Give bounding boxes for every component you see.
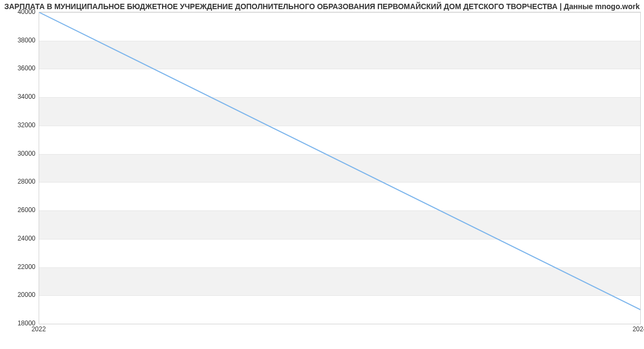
y-tick-label: 38000 <box>3 37 35 44</box>
chart-title: ЗАРПЛАТА В МУНИЦИПАЛЬНОЕ БЮДЖЕТНОЕ УЧРЕЖ… <box>4 2 640 11</box>
y-tick-label: 22000 <box>3 263 35 271</box>
chart-container: ЗАРПЛАТА В МУНИЦИПАЛЬНОЕ БЮДЖЕТНОЕ УЧРЕЖ… <box>0 0 644 349</box>
x-tick-label: 2022 <box>32 325 46 333</box>
y-tick-label: 34000 <box>3 93 35 100</box>
y-tick-label: 26000 <box>3 206 35 214</box>
y-tick-label: 24000 <box>3 235 35 242</box>
y-tick-label: 28000 <box>3 178 35 185</box>
y-tick-label: 40000 <box>3 8 35 16</box>
y-tick-label: 18000 <box>3 319 35 327</box>
y-tick-label: 30000 <box>3 150 35 157</box>
y-tick-label: 20000 <box>3 291 35 299</box>
plot-area <box>39 12 641 324</box>
y-tick-label: 36000 <box>3 64 35 72</box>
y-tick-label: 32000 <box>3 121 35 129</box>
line-layer <box>39 12 640 324</box>
x-tick-label: 2024 <box>633 325 644 333</box>
series-line <box>39 12 640 310</box>
